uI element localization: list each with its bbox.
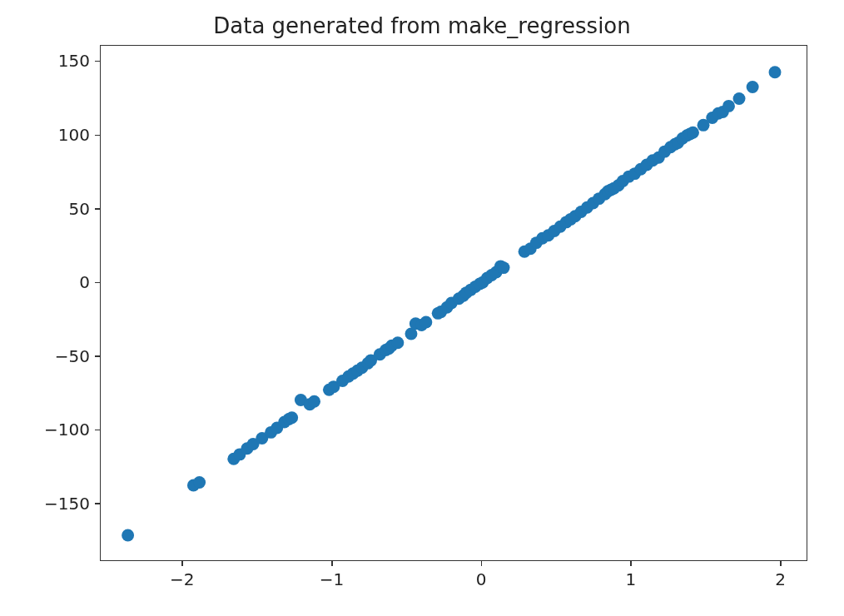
data-point xyxy=(308,395,320,408)
data-point xyxy=(420,315,432,328)
x-tick-label: −2 xyxy=(170,569,194,589)
plot-area xyxy=(100,45,807,561)
y-tick-mark xyxy=(95,135,100,137)
data-point xyxy=(122,529,134,542)
x-tick-mark xyxy=(481,561,483,566)
x-tick-mark xyxy=(630,561,632,566)
x-tick-label: 1 xyxy=(626,569,637,589)
y-tick-label: 100 xyxy=(58,125,90,145)
y-tick-label: 0 xyxy=(79,272,90,292)
data-point xyxy=(193,476,206,489)
y-tick-mark xyxy=(95,430,100,431)
y-tick-label: −150 xyxy=(44,494,90,514)
data-point xyxy=(747,81,759,93)
y-tick-mark xyxy=(95,355,100,357)
y-tick-label: 50 xyxy=(69,199,90,219)
scatter-points xyxy=(101,46,807,560)
chart-title: Data generated from make_regression xyxy=(0,13,844,38)
data-point xyxy=(498,261,510,274)
y-tick-mark xyxy=(95,282,100,284)
data-point xyxy=(733,92,746,105)
y-tick-mark xyxy=(95,503,100,504)
data-point xyxy=(687,127,699,139)
x-tick-label: 0 xyxy=(476,569,487,589)
y-tick-label: 150 xyxy=(58,51,90,71)
data-point xyxy=(285,411,298,424)
y-tick-label: −100 xyxy=(44,420,90,440)
x-tick-label: −1 xyxy=(320,569,344,589)
y-tick-mark xyxy=(95,61,100,62)
data-point xyxy=(722,100,735,112)
y-tick-mark xyxy=(95,208,100,210)
x-tick-mark xyxy=(780,561,782,566)
x-tick-mark xyxy=(181,561,183,566)
y-tick-label: −50 xyxy=(55,346,90,366)
data-point xyxy=(391,336,404,349)
x-tick-label: 2 xyxy=(775,569,786,589)
figure: Data generated from make_regression −2−1… xyxy=(0,0,844,616)
x-tick-mark xyxy=(331,561,333,566)
data-point xyxy=(769,66,782,78)
